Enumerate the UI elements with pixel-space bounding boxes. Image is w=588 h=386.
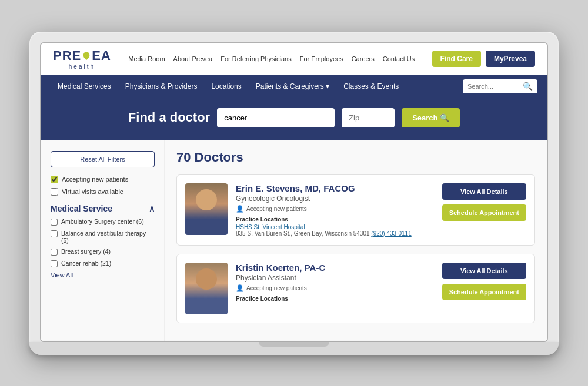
accepting-label-1: Accepting new patients [246, 206, 307, 212]
accepting-badge-2: 👤 Accepting new patients [236, 284, 434, 292]
practice-label-1: Practice Locations [236, 216, 434, 223]
filter-ambulatory-label: Ambulatory Surgery center (6) [61, 218, 144, 225]
medical-service-section-title: Medical Service ∧ [51, 204, 155, 213]
filter-cancer: Cancer rehab (21) [51, 260, 155, 267]
accepting-badge-1: 👤 Accepting new patients [236, 205, 434, 213]
filter-ambulatory-checkbox[interactable] [51, 219, 58, 226]
nav-patients-caregivers[interactable]: Patients & Caregivers ▾ [249, 75, 336, 98]
hero-search-section: Find a doctor Search 🔍 [41, 98, 547, 140]
filter-balance: Balance and vestibular therapy (5) [51, 230, 155, 244]
doctor-info-1: Erin E. Stevens, MD, FACOG Gynecologic O… [236, 183, 434, 237]
filter-balance-checkbox[interactable] [51, 230, 58, 237]
nav-search-bar: 🔍 [463, 79, 537, 93]
doctor-actions-2: View All Details Schedule Appointment [442, 263, 526, 300]
accepting-patients-label: Accepting new patients [62, 176, 128, 183]
virtual-visits-filter: Virtual visits available [51, 188, 155, 196]
nav-careers[interactable]: Careers [352, 55, 375, 62]
filter-balance-label: Balance and vestibular therapy (5) [61, 230, 155, 244]
results-count: 70 Doctors [176, 150, 535, 165]
nav-medical-services[interactable]: Medical Services [51, 75, 118, 98]
doctor-search-input[interactable] [217, 108, 335, 127]
top-buttons: Find Care MyPrevea [432, 51, 535, 67]
accepting-icon-1: 👤 [236, 205, 244, 213]
nav-about-prevea[interactable]: About Prevea [173, 55, 213, 62]
logo-tagline: health [69, 63, 95, 70]
nav-media-room[interactable]: Media Room [128, 55, 165, 62]
nav-referring-physicians[interactable]: For Referring Physicians [220, 55, 291, 62]
collapse-icon[interactable]: ∧ [149, 204, 155, 213]
schedule-appointment-button-1[interactable]: Schedule Appointment [442, 204, 526, 221]
schedule-appointment-button-2[interactable]: Schedule Appointment [442, 284, 526, 300]
view-all-link[interactable]: View All [51, 271, 155, 278]
content-area: Reset All Filters Accepting new patients… [41, 140, 547, 341]
doctor-face-2 [196, 268, 217, 290]
doctor-photo-1 [185, 183, 228, 235]
find-care-button[interactable]: Find Care [432, 51, 481, 67]
main-navigation: Medical Services Physicians & Providers … [41, 75, 547, 98]
doctor-actions-1: View All Details Schedule Appointment [442, 183, 526, 221]
doctor-name-2: Kristin Koerten, PA-C [236, 263, 434, 273]
logo-brand-2: EA [92, 48, 111, 63]
filter-breast-checkbox[interactable] [51, 249, 58, 256]
address-text-1: 835 S. Van Buren St., Green Bay, Wiscons… [236, 230, 370, 237]
search-button[interactable]: Search 🔍 [402, 108, 460, 127]
sidebar: Reset All Filters Accepting new patients… [41, 140, 165, 341]
results-area: 70 Doctors Erin E. Stevens, MD, FACOG Gy… [165, 140, 547, 341]
laptop-base [29, 342, 559, 355]
accepting-label-2: Accepting new patients [246, 285, 307, 291]
reset-filters-button[interactable]: Reset All Filters [51, 151, 155, 167]
logo-leaf-icon [82, 51, 91, 61]
logo: PRE EA health [53, 48, 111, 70]
nav-employees[interactable]: For Employees [300, 55, 343, 62]
filter-ambulatory: Ambulatory Surgery center (6) [51, 218, 155, 226]
hero-title: Find a doctor [128, 110, 210, 125]
accepting-patients-checkbox[interactable] [51, 176, 58, 183]
top-bar: PRE EA health Media Room About Prevea Fo… [41, 43, 547, 75]
doctor-photo-2 [185, 263, 228, 314]
myprevea-button[interactable]: MyPrevea [486, 51, 535, 67]
practice-label-2: Practice Locations [236, 296, 434, 302]
doctor-card-2: Kristin Koerten, PA-C Physician Assistan… [176, 254, 535, 323]
doctor-name-1: Erin E. Stevens, MD, FACOG [236, 183, 434, 193]
practice-name-1[interactable]: HSHS St. Vincent Hospital [236, 224, 434, 230]
doctor-info-2: Kristin Koerten, PA-C Physician Assistan… [236, 263, 434, 303]
filter-breast: Breast surgery (4) [51, 248, 155, 256]
view-details-button-2[interactable]: View All Details [442, 263, 526, 279]
doctor-card-1: Erin E. Stevens, MD, FACOG Gynecologic O… [176, 174, 535, 246]
nav-search-input[interactable] [467, 83, 520, 90]
medical-service-label: Medical Service [51, 204, 112, 213]
nav-classes-events[interactable]: Classes & Events [336, 75, 406, 98]
doctor-specialty-2: Physician Assistant [236, 274, 434, 282]
search-icon: 🔍 [523, 82, 533, 91]
virtual-visits-checkbox[interactable] [51, 188, 58, 196]
filter-cancer-label: Cancer rehab (21) [61, 260, 111, 267]
accepting-patients-filter: Accepting new patients [51, 176, 155, 183]
logo-brand: PRE [53, 48, 81, 63]
top-navigation: Media Room About Prevea For Referring Ph… [128, 55, 415, 62]
view-details-button-1[interactable]: View All Details [442, 183, 526, 200]
zip-input[interactable] [342, 108, 395, 127]
virtual-visits-label: Virtual visits available [62, 188, 123, 195]
doctor-specialty-1: Gynecologic Oncologist [236, 194, 434, 203]
search-button-label: Search 🔍 [412, 113, 449, 122]
practice-address-1: 835 S. Van Buren St., Green Bay, Wiscons… [236, 230, 434, 237]
accepting-icon-2: 👤 [236, 284, 244, 292]
main-nav-links: Medical Services Physicians & Providers … [51, 75, 406, 98]
filter-breast-label: Breast surgery (4) [61, 248, 111, 255]
nav-contact-us[interactable]: Contact Us [383, 55, 415, 62]
filter-cancer-checkbox[interactable] [51, 260, 58, 267]
nav-locations[interactable]: Locations [204, 75, 248, 98]
doctor-face-1 [196, 189, 217, 210]
nav-physicians-providers[interactable]: Physicians & Providers [118, 75, 205, 98]
phone-link-1[interactable]: (920) 433-0111 [371, 230, 411, 237]
